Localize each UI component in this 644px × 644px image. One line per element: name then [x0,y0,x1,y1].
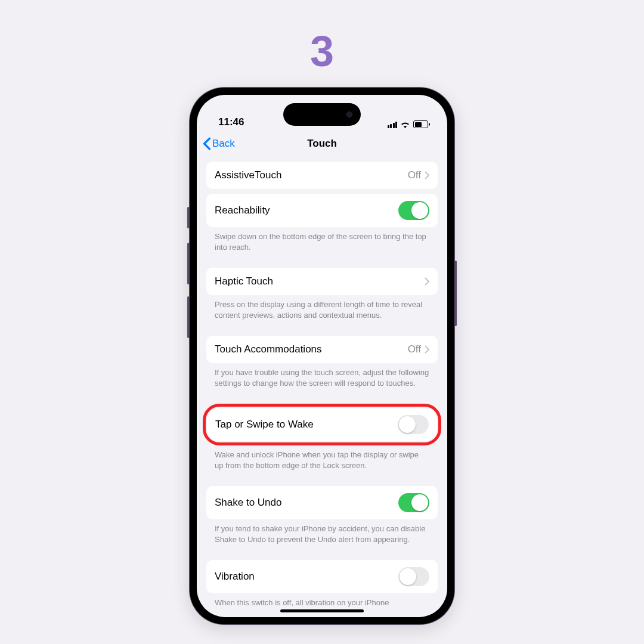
row-label: Tap or Swipe to Wake [215,419,314,431]
highlight-ring: Tap or Swipe to Wake [203,404,441,445]
chevron-right-icon [425,277,429,286]
chevron-right-icon [425,171,429,179]
footer-text: If you tend to shake your iPhone by acci… [206,519,438,555]
step-number: 3 [310,27,334,76]
row-tap-swipe-wake[interactable]: Tap or Swipe to Wake [207,408,437,441]
row-touch-accommodations[interactable]: Touch Accommodations Off [206,336,438,363]
nav-bar: Back Touch [197,131,447,157]
row-value: Off [408,343,421,355]
footer-text: Press on the display using a different l… [206,295,438,331]
back-label: Back [212,138,235,150]
settings-list: AssistiveTouch Off Reachability Swipe do… [197,157,447,617]
row-label: Shake to Undo [215,497,281,509]
back-button[interactable]: Back [203,137,235,150]
row-label: Vibration [215,571,255,583]
phone-screen: 11:46 Back Touch AssistiveTouch Off [197,95,447,617]
footer-text: Wake and unlock iPhone when you tap the … [206,445,438,481]
reachability-toggle[interactable] [398,201,429,220]
row-assistivetouch[interactable]: AssistiveTouch Off [206,162,438,189]
battery-icon [413,120,428,128]
footer-text: Swipe down on the bottom edge of the scr… [206,227,438,263]
chevron-left-icon [203,137,211,150]
footer-text: If you have trouble using the touch scre… [206,363,438,399]
row-label: Haptic Touch [215,275,273,287]
footer-text: When this switch is off, all vibration o… [206,593,438,617]
shake-undo-toggle[interactable] [398,493,429,512]
row-label: AssistiveTouch [215,169,281,181]
row-haptic-touch[interactable]: Haptic Touch [206,268,438,295]
row-label: Reachability [215,205,270,216]
page-title: Touch [307,138,337,150]
vibration-toggle[interactable] [398,567,429,586]
cellular-icon [388,121,398,128]
phone-frame: 11:46 Back Touch AssistiveTouch Off [190,88,454,624]
row-label: Touch Accommodations [215,343,322,355]
row-shake-undo[interactable]: Shake to Undo [206,486,438,519]
row-reachability[interactable]: Reachability [206,194,438,227]
row-value: Off [408,169,421,181]
wifi-icon [400,121,410,128]
tap-wake-toggle[interactable] [398,415,429,434]
dynamic-island [283,103,361,126]
status-time: 11:46 [218,116,244,128]
row-vibration[interactable]: Vibration [206,560,438,593]
chevron-right-icon [425,345,429,354]
home-indicator [280,609,364,612]
